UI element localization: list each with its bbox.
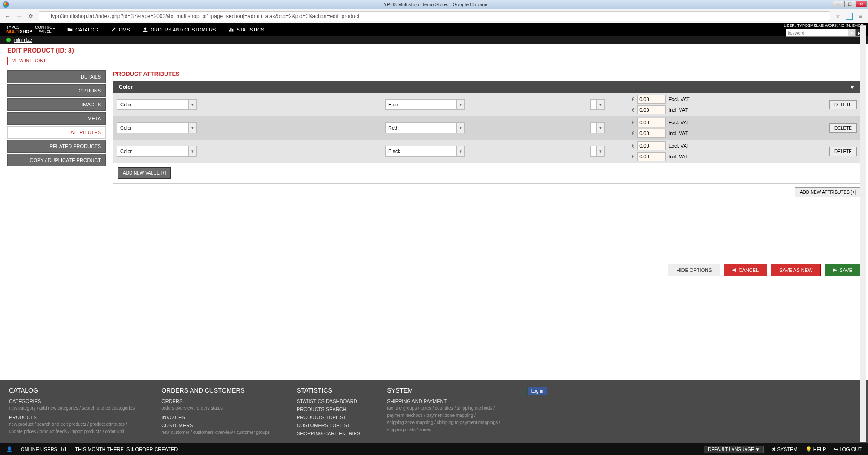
- attribute-name-input[interactable]: [117, 99, 189, 110]
- nav-back-button[interactable]: ←: [4, 12, 12, 20]
- attribute-group-header[interactable]: Color ▼: [113, 81, 860, 93]
- attribute-value-combo[interactable]: ▼: [385, 146, 465, 157]
- price-sign-input[interactable]: [590, 146, 597, 157]
- vertical-scrollbar[interactable]: [860, 25, 866, 442]
- attribute-value-input[interactable]: [385, 122, 457, 133]
- attribute-name-combo[interactable]: ▼: [117, 122, 197, 133]
- delete-button[interactable]: DELETE: [829, 123, 857, 133]
- app-topbar: TYPO3 MULTISHOP CONTROL PANEL CATALOG CM…: [0, 23, 868, 36]
- cancel-button[interactable]: ◀CANCEL: [724, 264, 767, 276]
- side-tab-options[interactable]: OPTIONS: [7, 84, 106, 97]
- footer-stats-dashboard[interactable]: STATISTICS DASHBOARD: [297, 398, 360, 404]
- footer-system-links-2[interactable]: payment methods / payment zone mapping /: [387, 412, 500, 419]
- extension-icon[interactable]: [846, 13, 853, 20]
- chevron-down-icon[interactable]: ▼: [597, 99, 605, 110]
- page-content: EDIT PRODUCT (ID: 3) VIEW IN FRONT DETAI…: [0, 44, 868, 380]
- footer-orders: ORDERS AND CUSTOMERS ORDERS orders overv…: [161, 387, 270, 437]
- price-excl-input[interactable]: [637, 141, 666, 150]
- search-dropdown[interactable]: ▼: [848, 29, 855, 37]
- side-tab-meta[interactable]: META: [7, 112, 106, 125]
- footer-products-links-2[interactable]: update prices / product feeds / import p…: [9, 428, 135, 435]
- login-badge[interactable]: Log in: [527, 387, 547, 395]
- price-sign-combo[interactable]: ▼: [590, 122, 605, 133]
- attribute-name-combo[interactable]: ▼: [117, 146, 197, 157]
- price-sign-input[interactable]: [590, 99, 597, 110]
- chevron-down-icon: ▼: [850, 84, 855, 90]
- help-link[interactable]: 💡 HELP: [806, 446, 826, 452]
- attribute-value-input[interactable]: [385, 99, 457, 110]
- price-excl-input[interactable]: [637, 95, 666, 104]
- footer-stats-toplist[interactable]: PRODUCTS TOPLIST: [297, 415, 360, 420]
- add-new-attributes-button[interactable]: ADD NEW ATTRIBUTES [+]: [795, 187, 861, 197]
- svg-point-0: [144, 28, 146, 30]
- hide-options-button[interactable]: HIDE OPTIONS: [668, 264, 720, 276]
- month-orders: THIS MONTH THERE IS 1 ORDER CREATED: [75, 446, 178, 452]
- price-incl-input[interactable]: [637, 129, 666, 138]
- attribute-value-combo[interactable]: ▼: [385, 99, 465, 110]
- side-tab-details[interactable]: DETAILS: [7, 70, 106, 83]
- footer-customers-links[interactable]: new customer / customers overview / cust…: [161, 429, 270, 436]
- footer-system-title: SYSTEM: [387, 387, 500, 394]
- footer-stats-cart[interactable]: SHOPPING CART ENTRIES: [297, 431, 360, 436]
- app-logo[interactable]: TYPO3 MULTISHOP CONTROL PANEL: [6, 26, 55, 34]
- window-close-button[interactable]: ✕: [856, 1, 867, 7]
- page-icon: [42, 13, 48, 19]
- side-tab-attributes[interactable]: ATTRIBUTES: [7, 126, 106, 139]
- attribute-name-input[interactable]: [117, 146, 189, 157]
- price-sign-combo[interactable]: ▼: [590, 99, 605, 110]
- window-minimize-button[interactable]: ─: [833, 1, 843, 7]
- chevron-down-icon[interactable]: ▼: [189, 99, 197, 110]
- footer-system-links-1[interactable]: tax rule groups / taxes / countries / sh…: [387, 405, 500, 412]
- window-maximize-button[interactable]: ☐: [844, 1, 855, 7]
- chevron-down-icon[interactable]: ▼: [189, 146, 197, 157]
- chrome-menu-icon[interactable]: ≡: [856, 12, 864, 20]
- price-excl-input[interactable]: [637, 118, 666, 127]
- add-new-value-button[interactable]: ADD NEW VALUE [+]: [118, 167, 171, 179]
- footer-system-links-4[interactable]: shipping costs / zones: [387, 426, 500, 433]
- price-incl-input[interactable]: [637, 105, 666, 114]
- attribute-name-input[interactable]: [117, 122, 189, 133]
- footer-categories-links[interactable]: new category / add new categories / sear…: [9, 405, 135, 412]
- attribute-name-combo[interactable]: ▼: [117, 99, 197, 110]
- bookmark-star-icon[interactable]: ☆: [834, 12, 842, 20]
- nav-orders[interactable]: ORDERS AND CUSTOMERS: [143, 27, 216, 32]
- price-sign-combo[interactable]: ▼: [590, 146, 605, 157]
- footer-stats-search[interactable]: PRODUCTS SEARCH: [297, 407, 360, 412]
- footer-orders-links[interactable]: orders overview / orders status: [161, 405, 270, 412]
- excl-vat-label: Excl. VAT: [668, 120, 690, 125]
- price-sign-input[interactable]: [590, 122, 597, 133]
- search-input[interactable]: [786, 29, 848, 37]
- chevron-down-icon[interactable]: ▼: [457, 122, 465, 133]
- nav-cms[interactable]: CMS: [111, 27, 130, 32]
- nav-forward-button[interactable]: →: [15, 12, 23, 20]
- save-button[interactable]: ▶SAVE: [825, 264, 861, 276]
- view-in-front-button[interactable]: VIEW IN FRONT: [7, 57, 51, 65]
- save-as-new-button[interactable]: SAVE AS NEW: [771, 264, 821, 276]
- chevron-down-icon[interactable]: ▼: [597, 122, 605, 133]
- chevron-down-icon[interactable]: ▼: [457, 146, 465, 157]
- footer-products-links[interactable]: new product / search and edit products /…: [9, 421, 135, 428]
- chevron-down-icon[interactable]: ▼: [189, 122, 197, 133]
- online-users: ONLINE USERS: 1/1: [21, 446, 67, 452]
- chevron-down-icon[interactable]: ▼: [457, 99, 465, 110]
- attribute-value-input[interactable]: [385, 146, 457, 157]
- side-tab-related-products[interactable]: RELATED PRODUCTS: [7, 140, 106, 153]
- attributes-panel: Color ▼ ▼▼▼€Excl. VAT€Incl. VATDELETE▼▼▼…: [113, 81, 861, 184]
- nav-reload-button[interactable]: ⟳: [27, 12, 35, 20]
- minimize-link[interactable]: minimize: [14, 38, 32, 43]
- logout-link[interactable]: ↪ LOG OUT: [834, 446, 862, 452]
- footer-stats-customers[interactable]: CUSTOMERS TOPLIST: [297, 423, 360, 428]
- url-bar[interactable]: typo3multishop.lab/index.php?id=37&type=…: [39, 11, 830, 21]
- attribute-value-combo[interactable]: ▼: [385, 122, 465, 133]
- delete-button[interactable]: DELETE: [829, 100, 857, 109]
- language-selector[interactable]: DEFAULT LANGUAGE ▼: [704, 446, 764, 453]
- footer-system-links-3[interactable]: shipping zone mapping / shipping to paym…: [387, 419, 500, 426]
- chevron-down-icon[interactable]: ▼: [597, 146, 605, 157]
- system-link[interactable]: ✖ SYSTEM: [772, 446, 797, 452]
- delete-button[interactable]: DELETE: [829, 147, 857, 156]
- price-incl-input[interactable]: [637, 152, 666, 161]
- nav-catalog[interactable]: CATALOG: [67, 27, 98, 32]
- nav-statistics[interactable]: STATISTICS: [228, 27, 264, 32]
- side-tab-copy-duplicate-product[interactable]: COPY / DUPLICATE PRODUCT: [7, 154, 106, 166]
- side-tab-images[interactable]: IMAGES: [7, 98, 106, 111]
